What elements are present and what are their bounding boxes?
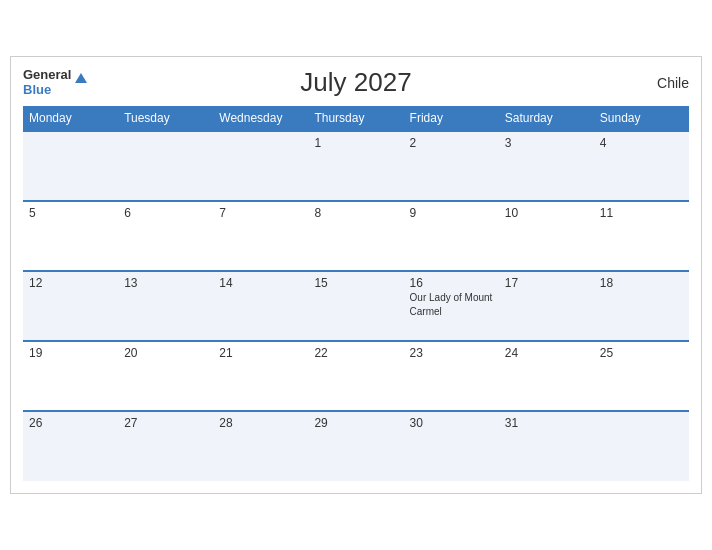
table-row: 1 — [308, 131, 403, 201]
day-number: 16 — [410, 276, 493, 290]
table-row: 12 — [23, 271, 118, 341]
calendar: General Blue July 2027 Chile Monday Tues… — [10, 56, 702, 494]
table-row — [23, 131, 118, 201]
day-number: 9 — [410, 206, 493, 220]
table-row: 17 — [499, 271, 594, 341]
logo: General Blue — [23, 68, 87, 97]
day-number: 15 — [314, 276, 397, 290]
table-row: 3 — [499, 131, 594, 201]
logo-general-text: General — [23, 68, 71, 82]
table-row: 20 — [118, 341, 213, 411]
table-row: 21 — [213, 341, 308, 411]
day-number: 28 — [219, 416, 302, 430]
col-monday: Monday — [23, 106, 118, 131]
logo-triangle-icon — [75, 73, 87, 83]
calendar-week-row: 262728293031 — [23, 411, 689, 481]
col-tuesday: Tuesday — [118, 106, 213, 131]
table-row: 14 — [213, 271, 308, 341]
col-wednesday: Wednesday — [213, 106, 308, 131]
table-row — [118, 131, 213, 201]
table-row: 27 — [118, 411, 213, 481]
day-number: 19 — [29, 346, 112, 360]
table-row: 28 — [213, 411, 308, 481]
col-sunday: Sunday — [594, 106, 689, 131]
calendar-week-row: 19202122232425 — [23, 341, 689, 411]
table-row: 5 — [23, 201, 118, 271]
table-row: 4 — [594, 131, 689, 201]
table-row: 22 — [308, 341, 403, 411]
day-number: 17 — [505, 276, 588, 290]
day-number: 10 — [505, 206, 588, 220]
days-header-row: Monday Tuesday Wednesday Thursday Friday… — [23, 106, 689, 131]
table-row: 24 — [499, 341, 594, 411]
table-row: 8 — [308, 201, 403, 271]
table-row — [594, 411, 689, 481]
day-number: 30 — [410, 416, 493, 430]
table-row: 23 — [404, 341, 499, 411]
table-row: 11 — [594, 201, 689, 271]
table-row: 7 — [213, 201, 308, 271]
day-number: 23 — [410, 346, 493, 360]
calendar-title: July 2027 — [300, 67, 411, 98]
day-number: 6 — [124, 206, 207, 220]
day-number: 5 — [29, 206, 112, 220]
event-label: Our Lady of Mount Carmel — [410, 292, 493, 317]
table-row: 13 — [118, 271, 213, 341]
table-row: 9 — [404, 201, 499, 271]
table-row: 2 — [404, 131, 499, 201]
day-number: 27 — [124, 416, 207, 430]
day-number: 12 — [29, 276, 112, 290]
calendar-week-row: 1213141516Our Lady of Mount Carmel1718 — [23, 271, 689, 341]
day-number: 31 — [505, 416, 588, 430]
day-number: 21 — [219, 346, 302, 360]
calendar-week-row: 1234 — [23, 131, 689, 201]
table-row: 31 — [499, 411, 594, 481]
day-number: 14 — [219, 276, 302, 290]
calendar-header: General Blue July 2027 Chile — [23, 67, 689, 98]
col-friday: Friday — [404, 106, 499, 131]
day-number: 26 — [29, 416, 112, 430]
table-row: 10 — [499, 201, 594, 271]
day-number: 3 — [505, 136, 588, 150]
day-number: 18 — [600, 276, 683, 290]
logo-blue-text: Blue — [23, 83, 87, 97]
table-row: 19 — [23, 341, 118, 411]
day-number: 13 — [124, 276, 207, 290]
day-number: 25 — [600, 346, 683, 360]
day-number: 24 — [505, 346, 588, 360]
day-number: 11 — [600, 206, 683, 220]
table-row: 29 — [308, 411, 403, 481]
calendar-week-row: 567891011 — [23, 201, 689, 271]
table-row: 15 — [308, 271, 403, 341]
day-number: 29 — [314, 416, 397, 430]
day-number: 8 — [314, 206, 397, 220]
table-row: 26 — [23, 411, 118, 481]
day-number: 20 — [124, 346, 207, 360]
country-label: Chile — [657, 75, 689, 91]
table-row: 16Our Lady of Mount Carmel — [404, 271, 499, 341]
day-number: 7 — [219, 206, 302, 220]
day-number: 1 — [314, 136, 397, 150]
col-saturday: Saturday — [499, 106, 594, 131]
day-number: 2 — [410, 136, 493, 150]
table-row: 30 — [404, 411, 499, 481]
table-row: 25 — [594, 341, 689, 411]
table-row: 6 — [118, 201, 213, 271]
day-number: 4 — [600, 136, 683, 150]
day-number: 22 — [314, 346, 397, 360]
table-row — [213, 131, 308, 201]
calendar-grid: Monday Tuesday Wednesday Thursday Friday… — [23, 106, 689, 481]
col-thursday: Thursday — [308, 106, 403, 131]
table-row: 18 — [594, 271, 689, 341]
